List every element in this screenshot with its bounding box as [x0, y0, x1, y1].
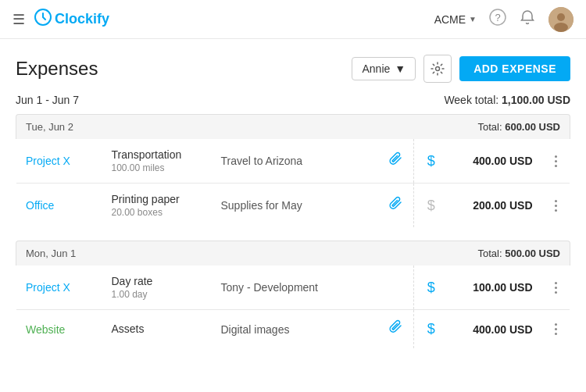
amount-cell: 100.00 USD — [448, 265, 542, 310]
project-cell: Project X — [16, 265, 102, 310]
user-filter-dropdown[interactable]: Annie ▼ — [352, 57, 416, 80]
group-total-1: Total: 500.00 USD — [477, 248, 560, 259]
expense-type: Assets — [112, 323, 202, 335]
expense-sub: 20.00 boxes — [112, 207, 202, 218]
nav-left: ☰ Clockify — [13, 9, 109, 30]
expense-type: Day rate — [112, 275, 202, 287]
bell-icon[interactable] — [519, 9, 536, 30]
more-cell[interactable] — [542, 139, 570, 184]
expense-sub: 1.00 day — [112, 289, 202, 300]
nav-right: ACME ▼ ? — [434, 7, 573, 32]
paperclip-icon — [389, 151, 403, 169]
table-row: Project X Day rate 1.00 day Tony - Devel… — [16, 265, 570, 310]
chevron-down-icon: ▼ — [469, 15, 477, 23]
expense-amount: 400.00 USD — [458, 323, 533, 336]
more-cell[interactable] — [542, 265, 570, 310]
more-button[interactable] — [552, 155, 560, 167]
paperclip-icon — [389, 196, 403, 213]
project-cell: Website — [16, 310, 102, 349]
type-cell: Day rate 1.00 day — [102, 265, 212, 310]
desc-cell: Travel to Arizona — [212, 139, 380, 184]
table-row: Project X Transportation 100.00 miles Tr… — [16, 139, 570, 184]
attachment-cell[interactable] — [380, 265, 414, 310]
expense-table-0: Project X Transportation 100.00 miles Tr… — [16, 139, 570, 228]
logo-icon — [34, 9, 52, 30]
svg-point-4 — [557, 13, 565, 21]
date-range: Jun 1 - Jun 7 — [16, 94, 79, 106]
dollar-icon: $ — [427, 280, 435, 295]
top-nav: ☰ Clockify ACME ▼ ? — [0, 0, 586, 39]
group-total-0: Total: 600.00 USD — [477, 121, 560, 133]
dollar-icon: $ — [427, 198, 435, 213]
amount-cell: 400.00 USD — [448, 310, 542, 349]
desc-cell: Supplies for May — [212, 184, 380, 228]
project-link[interactable]: Website — [26, 323, 65, 336]
billable-cell[interactable]: $ — [414, 184, 448, 228]
more-button[interactable] — [552, 200, 560, 212]
dollar-icon: $ — [427, 321, 435, 337]
attachment-cell[interactable] — [380, 184, 414, 228]
page-header: Expenses Annie ▼ ADD EXPENSE — [16, 55, 570, 83]
main-content: Expenses Annie ▼ ADD EXPENSE Jun 1 - Jun… — [0, 39, 586, 349]
dollar-icon: $ — [427, 153, 435, 169]
settings-button[interactable] — [423, 55, 452, 83]
project-cell: Project X — [16, 139, 102, 184]
project-link[interactable]: Office — [26, 199, 54, 212]
avatar[interactable] — [548, 7, 573, 32]
user-filter-value: Annie — [362, 62, 390, 75]
expense-table-1: Project X Day rate 1.00 day Tony - Devel… — [16, 265, 570, 349]
type-cell: Printing paper 20.00 boxes — [102, 184, 212, 228]
help-icon[interactable]: ? — [489, 9, 506, 30]
project-cell: Office — [16, 184, 102, 228]
amount-cell: 200.00 USD — [448, 184, 542, 228]
date-range-row: Jun 1 - Jun 7 Week total: 1,100.00 USD — [16, 94, 570, 106]
expense-amount: 100.00 USD — [458, 281, 533, 294]
group-date-1: Mon, Jun 1 — [26, 248, 76, 259]
user-filter-chevron: ▼ — [395, 62, 406, 75]
project-link[interactable]: Project X — [26, 155, 70, 167]
billable-cell[interactable]: $ — [414, 310, 448, 349]
more-cell[interactable] — [542, 310, 570, 349]
week-total-value: 1,100.00 USD — [502, 94, 570, 106]
table-row: Website Assets Digital images $ — [16, 310, 570, 349]
desc-cell: Digital images — [212, 310, 380, 349]
expense-desc: Travel to Arizona — [221, 155, 303, 167]
paperclip-icon — [389, 319, 403, 337]
week-total: Week total: 1,100.00 USD — [444, 94, 570, 106]
more-button[interactable] — [552, 282, 560, 294]
logo: Clockify — [34, 9, 109, 30]
group-total-value-1: 500.00 USD — [505, 248, 560, 259]
expense-sub: 100.00 miles — [112, 162, 202, 173]
billable-cell[interactable]: $ — [414, 265, 448, 310]
table-row: Office Printing paper 20.00 boxes Suppli… — [16, 184, 570, 228]
group-total-value-0: 600.00 USD — [505, 121, 560, 133]
company-selector[interactable]: ACME ▼ — [434, 13, 477, 26]
more-cell[interactable] — [542, 184, 570, 228]
attachment-cell[interactable] — [380, 139, 414, 184]
billable-cell[interactable]: $ — [414, 139, 448, 184]
gear-icon — [431, 62, 445, 76]
header-actions: Annie ▼ ADD EXPENSE — [352, 55, 570, 83]
expense-amount: 200.00 USD — [458, 199, 533, 212]
expense-amount: 400.00 USD — [458, 155, 533, 167]
svg-point-6 — [436, 67, 440, 71]
type-cell: Transportation 100.00 miles — [102, 139, 212, 184]
svg-point-5 — [554, 23, 568, 32]
expense-desc: Supplies for May — [221, 199, 302, 212]
hamburger-icon[interactable]: ☰ — [13, 11, 25, 28]
expense-type: Transportation — [112, 148, 202, 161]
company-name: ACME — [434, 13, 466, 26]
add-expense-button[interactable]: ADD EXPENSE — [459, 56, 570, 81]
group-header-0: Tue, Jun 2 Total: 600.00 USD — [16, 114, 570, 139]
amount-cell: 400.00 USD — [448, 139, 542, 184]
page-title: Expenses — [16, 58, 352, 80]
group-date-0: Tue, Jun 2 — [26, 121, 73, 133]
type-cell: Assets — [102, 310, 212, 349]
expense-type: Printing paper — [112, 193, 202, 205]
more-button[interactable] — [552, 323, 560, 335]
expense-desc: Digital images — [221, 323, 290, 336]
expense-desc: Tony - Development — [221, 281, 319, 294]
project-link[interactable]: Project X — [26, 281, 70, 294]
desc-cell: Tony - Development — [212, 265, 380, 310]
attachment-cell[interactable] — [380, 310, 414, 349]
